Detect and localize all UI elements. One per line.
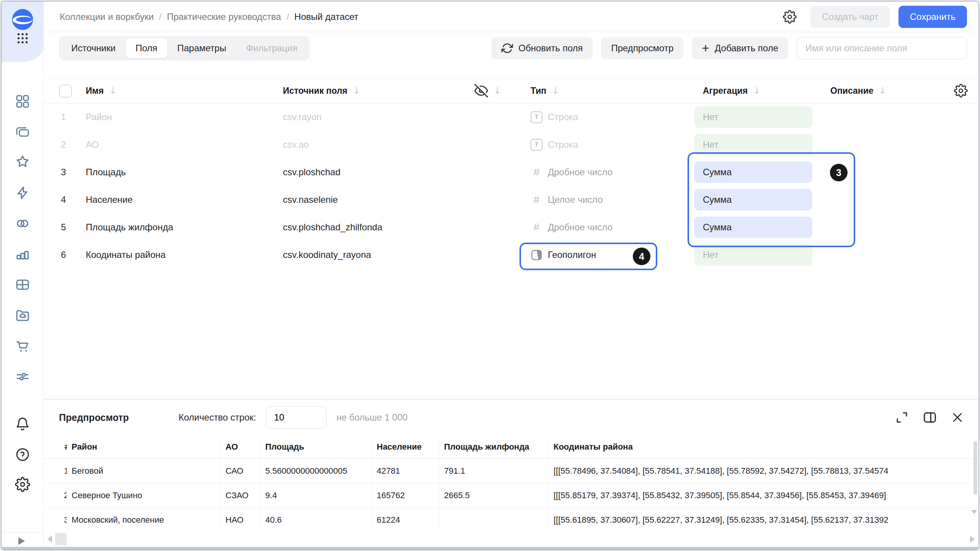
breadcrumb-item[interactable]: Коллекции и воркбуки [60,11,154,22]
field-search-input[interactable] [797,37,967,59]
field-row[interactable]: 3 Площадь csv.ploshchad # Дробное число … [44,158,978,186]
add-field-button[interactable]: + Добавить поле [692,37,788,59]
field-source[interactable]: csv.ao [283,139,531,150]
fields-rows: 1 Район csv.rayon T Строка Нет 2 АО csv.… [44,103,978,269]
bar-chart-icon[interactable] [2,246,44,262]
field-name[interactable]: Район [86,112,283,122]
close-icon[interactable] [951,411,964,424]
save-button[interactable]: Сохранить [898,6,967,28]
scroll-left-arrow-icon[interactable] [47,536,52,543]
breadcrumb-item[interactable]: Практические руководства [167,11,281,22]
expand-icon[interactable] [895,411,909,424]
vertical-scrollbar-thumb[interactable] [973,441,977,495]
preview-toggle-label: Предпросмотр [611,43,673,54]
create-chart-button[interactable]: Создать чарт [810,6,890,28]
tab-parameters[interactable]: Параметры [167,38,236,58]
field-row[interactable]: 5 Площадь жилфонда csv.ploshchad_zhilfon… [44,214,978,241]
field-type-label: Строка [548,112,578,122]
column-header-name[interactable]: Имя [86,86,104,96]
folder-cloud-icon[interactable] [2,308,44,323]
sort-arrow-icon[interactable]: ↓ [753,85,761,96]
preview-table: # Район АО Площадь Население Площадь жил… [44,435,978,532]
horizontal-scrollbar-thumb[interactable] [55,533,67,545]
field-type-select[interactable]: # Дробное число [531,221,694,233]
preview-cell: НАО [221,508,261,532]
sort-arrow-icon[interactable]: ↓ [353,85,360,96]
field-type-select[interactable]: Геополигон [531,249,694,261]
bell-icon[interactable] [2,416,44,432]
field-row[interactable]: 2 АО csv.ao T Строка Нет [44,131,978,158]
settings-gear-button[interactable] [783,10,797,24]
preview-cell: 40.6 [261,508,372,532]
sort-arrow-icon[interactable]: ↓ [109,85,117,96]
column-header-source[interactable]: Источник поля [283,86,347,96]
aggregation-select[interactable]: Нет [694,106,812,128]
breadcrumb: Коллекции и воркбуки / Практические руко… [60,11,358,22]
scroll-down-arrow-icon[interactable] [972,510,977,514]
aggregation-select[interactable]: Нет [694,134,812,155]
field-source[interactable]: csv.ploshchad_zhilfonda [283,222,531,233]
tab-filtering[interactable]: Фильтрация [236,38,307,58]
preview-toggle-button[interactable]: Предпросмотр [601,37,683,59]
field-type-select[interactable]: # Дробное число [531,166,694,178]
field-type-select[interactable]: T Строка [531,111,694,123]
eye-off-icon[interactable] [474,84,488,98]
field-row[interactable]: 1 Район csv.rayon T Строка Нет [44,103,978,131]
preview-cell: 42781 [372,459,439,483]
aggregation-select[interactable]: Нет [694,244,812,266]
bolt-icon[interactable] [2,185,44,201]
gear-icon[interactable] [2,477,44,492]
star-icon[interactable] [2,154,44,169]
field-name[interactable]: АО [86,139,283,150]
sort-arrow-icon[interactable]: ↓ [493,85,501,96]
tab-sources[interactable]: Источники [61,38,126,58]
split-view-icon[interactable] [923,410,937,425]
field-source[interactable]: csv.koodinaty_rayona [283,249,531,260]
scroll-right-arrow-icon[interactable] [970,536,975,543]
table-icon[interactable] [2,277,44,292]
number-type-icon: # [531,166,542,178]
datalens-logo[interactable] [11,8,34,31]
field-row-number: 3 [44,167,86,178]
circles-icon[interactable] [2,216,44,231]
column-header-type[interactable]: Тип [531,86,546,96]
horizontal-scrollbar [44,532,978,547]
aggregation-select[interactable]: Сумма [694,189,812,210]
squares-icon[interactable] [2,94,44,109]
table-settings-gear-button[interactable] [954,84,968,98]
refresh-fields-button[interactable]: Обновить поля [492,37,593,59]
aggregation-select[interactable]: Сумма [694,217,812,238]
field-row[interactable]: 4 Население csv.naselenie # Целое число … [44,186,978,214]
field-name[interactable]: Население [86,194,283,205]
field-row[interactable]: 6 Коодинаты района csv.koodinaty_rayona … [44,241,978,269]
field-source[interactable]: csv.ploshchad [283,167,531,178]
field-type-select[interactable]: T Строка [531,139,694,151]
add-field-label: Добавить поле [715,43,778,54]
gear-icon [954,84,968,98]
cart-icon[interactable] [2,338,44,354]
aggregation-select[interactable]: Сумма [694,161,812,183]
tab-fields[interactable]: Поля [126,38,167,58]
field-type-label: Дробное число [548,167,612,178]
sort-arrow-icon[interactable]: ↓ [879,85,887,96]
field-source[interactable]: csv.rayon [283,112,531,122]
sliders-icon[interactable] [2,369,44,384]
field-name[interactable]: Площадь [86,167,283,178]
preview-title: Предпросмотр [59,412,129,423]
play-icon[interactable] [18,537,25,545]
select-all-checkbox[interactable] [59,85,72,98]
sort-arrow-icon[interactable]: ↓ [552,85,559,96]
layers-icon[interactable] [2,124,44,139]
field-name[interactable]: Коодинаты района [86,249,283,260]
column-header-description[interactable]: Описание [830,86,874,96]
column-header-aggregation[interactable]: Агрегация [694,86,748,96]
field-name[interactable]: Площадь жилфонда [86,222,283,233]
field-source[interactable]: csv.naselenie [283,194,531,205]
preview-cell: [[[55.61895, 37.30607], [55.62227, 37.31… [549,508,978,532]
preview-col-header: Население [372,435,439,458]
help-icon[interactable] [2,447,44,462]
row-count-input[interactable] [266,406,327,429]
field-type-select[interactable]: # Целое число [531,194,694,206]
dataset-tabs: Источники Поля Параметры Фильтрация [59,36,310,60]
apps-grid-icon[interactable] [16,31,29,45]
